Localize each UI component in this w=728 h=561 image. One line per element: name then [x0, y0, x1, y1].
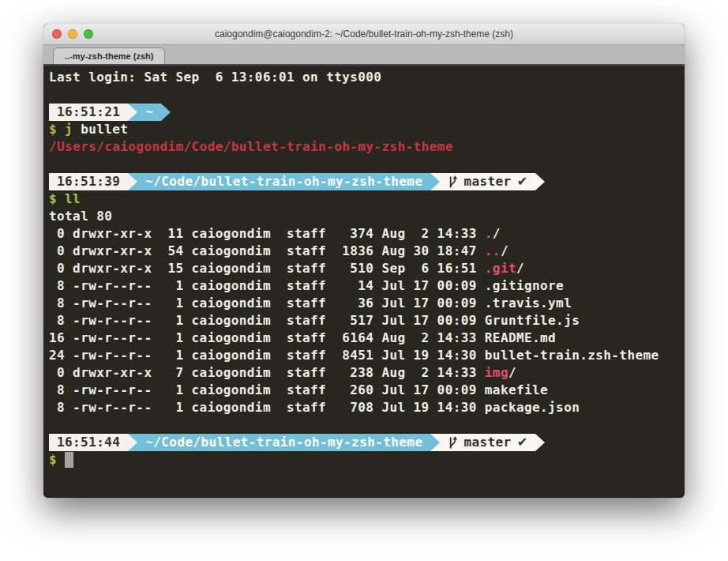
terminal-line: Last login: Sat Sep 6 13:06:01 on ttys00…: [49, 69, 679, 86]
terminal-line: 8 -rw-r--r-- 1 caiogondim staff 36 Jul 1…: [49, 295, 679, 312]
prompt-line: 16:51:44~/Code/bullet-train-oh-my-zsh-th…: [49, 434, 679, 451]
terminal-text: 0 drwxr-xr-x 54 caiogondim staff 1836 Au…: [49, 243, 485, 258]
git-clean-check-icon: ✔: [517, 434, 528, 451]
git-branch-icon: [448, 175, 458, 189]
git-clean-check-icon: ✔: [517, 173, 528, 190]
prompt-path-segment: ~/Code/bullet-train-oh-my-zsh-theme: [137, 434, 430, 451]
terminal-screen[interactable]: Last login: Sat Sep 6 13:06:01 on ttys00…: [43, 66, 685, 498]
terminal-text: package.json: [485, 400, 580, 415]
terminal-text: $: [49, 452, 65, 467]
terminal-text: /: [501, 243, 508, 258]
blank-line: [49, 86, 679, 104]
terminal-text: 24 -rw-r--r-- 1 caiogondim staff 8451 Ju…: [49, 348, 485, 363]
directory-name: .: [485, 226, 493, 241]
prompt-git-segment: master✔: [440, 434, 535, 451]
terminal-line: $ ll: [49, 190, 679, 208]
terminal-line: 16 -rw-r--r-- 1 caiogondim staff 6164 Au…: [49, 329, 679, 347]
terminal-line: 8 -rw-r--r-- 1 caiogondim staff 260 Jul …: [49, 382, 679, 399]
terminal-window: caiogondim@caiogondim-2: ~/Code/bullet-t…: [43, 24, 685, 498]
powerline-arrow-icon: [128, 434, 137, 451]
terminal-text: /: [493, 226, 501, 241]
terminal-text: 8 -rw-r--r-- 1 caiogondim staff 708 Jul …: [49, 400, 485, 415]
tab-bar: ..-my-zsh-theme (zsh): [43, 45, 685, 66]
terminal-text: README.md: [485, 330, 556, 345]
git-branch-icon: [448, 436, 458, 450]
window-titlebar[interactable]: caiogondim@caiogondim-2: ~/Code/bullet-t…: [43, 24, 685, 45]
terminal-text: /Users/caiogondim/Code/bullet-train-oh-m…: [49, 139, 453, 154]
terminal-text: .travis.yml: [485, 296, 572, 311]
powerline-arrow-icon: [128, 104, 137, 121]
directory-name: img: [485, 365, 508, 380]
powerline-arrow-icon: [128, 173, 137, 190]
terminal-text: 0 drwxr-xr-x 15 caiogondim staff 510 Sep…: [49, 261, 485, 276]
directory-name: ..: [485, 243, 501, 258]
prompt-line: 16:51:21~: [49, 104, 679, 121]
traffic-lights: [52, 29, 93, 39]
prompt-path-segment: ~: [137, 104, 161, 121]
cursor-block: [65, 452, 73, 468]
terminal-line: 0 drwxr-xr-x 7 caiogondim staff 238 Aug …: [49, 364, 679, 382]
close-button[interactable]: [52, 29, 62, 39]
prompt-git-segment: master✔: [440, 173, 535, 190]
powerline-arrow-icon: [430, 173, 440, 190]
terminal-line: 8 -rw-r--r-- 1 caiogondim staff 14 Jul 1…: [49, 277, 679, 295]
terminal-text: total 80: [49, 209, 112, 224]
terminal-text: 8 -rw-r--r-- 1 caiogondim staff 517 Jul …: [49, 313, 485, 328]
terminal-text: 8 -rw-r--r-- 1 caiogondim staff 260 Jul …: [49, 382, 485, 397]
powerline-arrow-icon: [535, 173, 545, 190]
terminal-text: $ j: [49, 122, 81, 137]
prompt-time-segment: 16:51:21: [49, 104, 128, 121]
terminal-line: 0 drwxr-xr-x 11 caiogondim staff 374 Aug…: [49, 225, 679, 243]
terminal-line: 0 drwxr-xr-x 15 caiogondim staff 510 Sep…: [49, 260, 679, 277]
terminal-line: 8 -rw-r--r-- 1 caiogondim staff 708 Jul …: [49, 399, 679, 416]
blank-line: [49, 156, 679, 173]
terminal-line: 0 drwxr-xr-x 54 caiogondim staff 1836 Au…: [49, 243, 679, 260]
terminal-text: Last login: Sat Sep 6 13:06:01 on ttys00…: [49, 70, 381, 85]
terminal-text: 0 drwxr-xr-x 11 caiogondim staff 374 Aug…: [49, 226, 485, 241]
git-segment-content: master✔: [448, 434, 527, 451]
terminal-text: 8 -rw-r--r-- 1 caiogondim staff 14 Jul 1…: [49, 278, 485, 293]
terminal-text: bullet-train.zsh-theme: [485, 348, 659, 363]
git-branch-name: master: [463, 434, 511, 451]
terminal-text: makefile: [485, 382, 548, 397]
zoom-button[interactable]: [84, 29, 93, 39]
terminal-text: Gruntfile.js: [485, 313, 580, 328]
tab-zsh[interactable]: ..-my-zsh-theme (zsh): [53, 47, 165, 64]
powerline-arrow-icon: [161, 104, 171, 121]
terminal-text: 16 -rw-r--r-- 1 caiogondim staff 6164 Au…: [49, 330, 485, 345]
git-branch-name: master: [463, 173, 511, 190]
terminal-line: /Users/caiogondim/Code/bullet-train-oh-m…: [49, 138, 679, 156]
minimize-button[interactable]: [68, 29, 77, 39]
terminal-text: .gitignore: [485, 278, 564, 293]
prompt-line: 16:51:39~/Code/bullet-train-oh-my-zsh-th…: [49, 173, 679, 190]
terminal-text: 0 drwxr-xr-x 7 caiogondim staff 238 Aug …: [49, 365, 485, 380]
tab-label: ..-my-zsh-theme (zsh): [65, 51, 153, 61]
directory-name: .git: [485, 261, 516, 276]
terminal-line: $: [49, 451, 679, 469]
terminal-text: /: [516, 261, 524, 276]
powerline-arrow-icon: [430, 434, 440, 451]
terminal-line: 8 -rw-r--r-- 1 caiogondim staff 517 Jul …: [49, 312, 679, 329]
prompt-path-segment: ~/Code/bullet-train-oh-my-zsh-theme: [137, 173, 430, 190]
blank-line: [49, 416, 679, 434]
terminal-line: total 80: [49, 208, 679, 225]
terminal-text: 8 -rw-r--r-- 1 caiogondim staff 36 Jul 1…: [49, 296, 485, 311]
terminal-line: 24 -rw-r--r-- 1 caiogondim staff 8451 Ju…: [49, 347, 679, 364]
prompt-time-segment: 16:51:44: [49, 434, 128, 451]
terminal-line: $ j bullet: [49, 121, 679, 138]
prompt-time-segment: 16:51:39: [49, 173, 128, 190]
powerline-arrow-icon: [535, 434, 545, 451]
terminal-text: bullet: [81, 122, 128, 137]
terminal-text: $ ll: [49, 191, 81, 206]
git-segment-content: master✔: [448, 173, 527, 190]
window-title: caiogondim@caiogondim-2: ~/Code/bullet-t…: [215, 28, 513, 40]
terminal-text: /: [508, 365, 516, 380]
